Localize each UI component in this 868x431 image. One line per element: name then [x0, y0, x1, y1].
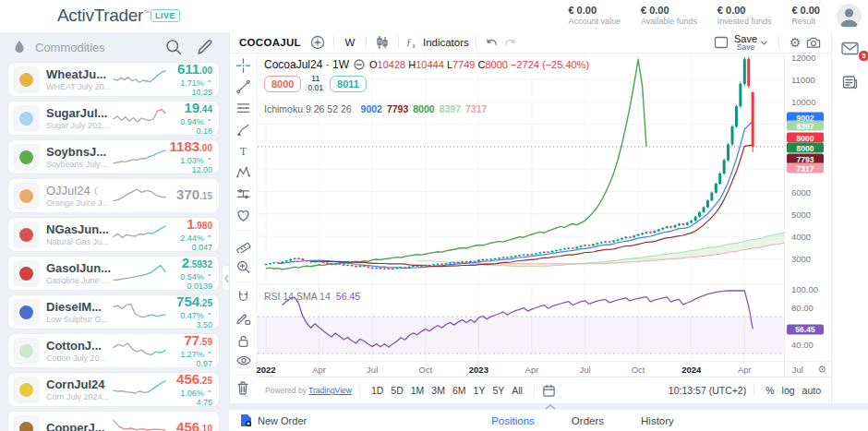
- log-scale-toggle[interactable]: log: [778, 385, 799, 396]
- heart-emoji-tool-icon[interactable]: [235, 209, 251, 222]
- spread-display: 110.01: [305, 75, 326, 92]
- sparkline: [113, 106, 166, 130]
- redo-icon[interactable]: [501, 33, 520, 52]
- list-item[interactable]: CottonJ...Cotton July 20...77.591.27% ⌃ …: [7, 333, 220, 368]
- price-tag: 8000: [787, 133, 824, 143]
- tab-orders[interactable]: Orders: [572, 415, 604, 426]
- chart-settings-gear-icon[interactable]: ⚙: [786, 33, 804, 52]
- list-item[interactable]: OJJul24Orange Juice J...370.15: [7, 178, 220, 213]
- range-1y[interactable]: 1Y: [470, 385, 489, 396]
- range-3m[interactable]: 3M: [428, 385, 449, 396]
- undo-icon[interactable]: [483, 33, 501, 52]
- range-1d[interactable]: 1D: [368, 385, 387, 396]
- range-5d[interactable]: 5D: [387, 385, 406, 396]
- price-label: 456.25: [166, 373, 212, 388]
- magnet-icon[interactable]: [235, 290, 251, 305]
- chart-type-candles-icon[interactable]: [373, 33, 392, 52]
- tab-positions[interactable]: Positions: [491, 415, 535, 426]
- list-item[interactable]: GasolJun...Gasoline June ...2.59320.54% …: [7, 256, 220, 291]
- moon-icon: [93, 186, 102, 196]
- time-tick: Jul: [792, 365, 803, 375]
- range-6m[interactable]: 6M: [449, 385, 470, 396]
- change-label: 2.44% ⌃ 0.047: [166, 233, 212, 252]
- list-item[interactable]: WheatJu...WHEAT July 20...611.001.71% ⌃ …: [7, 62, 220, 97]
- symbol-button[interactable]: COCOAJUL: [239, 37, 301, 48]
- zoom-in-icon[interactable]: [235, 259, 251, 274]
- sparkline: [113, 261, 166, 285]
- compare-add-icon[interactable]: [308, 33, 327, 52]
- go-to-date-icon[interactable]: [542, 384, 556, 398]
- new-order-button[interactable]: New Order: [240, 413, 307, 427]
- lock-drawings-icon[interactable]: [235, 333, 251, 348]
- trash-icon[interactable]: [235, 380, 250, 396]
- right-rail: 5: [831, 32, 868, 403]
- watchlist-header: Commodities: [0, 32, 229, 62]
- mail-icon[interactable]: 5: [841, 42, 859, 59]
- wheat-icon: [13, 66, 40, 93]
- list-item[interactable]: DieselM...Low Sulphur G...754.250.47% ⌃ …: [7, 294, 220, 329]
- rsi-legend[interactable]: RSI 14 SMA 1456.45: [264, 291, 360, 302]
- measure-ruler-icon[interactable]: [235, 238, 251, 253]
- ichimoku-legend[interactable]: Ichimoku 9 26 52 2690027793800083977317: [264, 103, 487, 114]
- sell-button[interactable]: 8000: [264, 76, 301, 92]
- list-item[interactable]: SoybnsJ...Soybeans July ...1183.001.03% …: [7, 139, 220, 174]
- range-5y[interactable]: 5Y: [488, 385, 508, 396]
- top-header: ActivTrader™ LIVE € 0.00Account value € …: [0, 0, 868, 33]
- fib-lines-icon[interactable]: [235, 101, 251, 115]
- result-stat: € 0.00Result: [791, 5, 820, 26]
- price-tag: 8397: [787, 121, 824, 131]
- layout-icon[interactable]: [712, 33, 730, 52]
- instrument-list: WheatJu...WHEAT July 20...611.001.71% ⌃ …: [0, 62, 229, 431]
- ichimoku-value: 9002: [361, 103, 382, 114]
- ichimoku-value: 8397: [440, 103, 461, 114]
- brush-icon[interactable]: [235, 123, 251, 138]
- range-1m[interactable]: 1M: [407, 385, 428, 396]
- indicators-button[interactable]: ƒx Indicators: [405, 33, 469, 52]
- list-item[interactable]: NGasJun...Natural Gas Ju...1.9802.44% ⌃ …: [7, 217, 220, 252]
- app-logo: ActivTrader™: [57, 6, 150, 26]
- collapse-legend-icon[interactable]: [354, 59, 365, 70]
- drawing-mode-pencil-icon[interactable]: [235, 311, 251, 326]
- timezone-gear-icon[interactable]: ⚙: [817, 364, 826, 376]
- buy-button[interactable]: 8011: [330, 76, 367, 92]
- price-label: 2.5932: [166, 257, 212, 271]
- list-item[interactable]: CopperJ...456.10: [7, 411, 220, 431]
- mail-badge: 5: [858, 50, 868, 62]
- interval-button[interactable]: W: [341, 33, 359, 52]
- xabcd-pattern-icon[interactable]: [235, 165, 251, 180]
- search-icon[interactable]: [164, 38, 183, 56]
- instrument-name: CottonJ...Cotton July 20...: [46, 339, 111, 363]
- orange-juice-icon: [13, 183, 40, 210]
- legend-symbol[interactable]: CocoaJul24 · 1W: [264, 58, 349, 71]
- price-axis[interactable]: 1200011000100006000500040003000100.0080.…: [784, 54, 832, 377]
- auto-scale-toggle[interactable]: auto: [799, 385, 825, 396]
- chart-plot-area[interactable]: CocoaJul24 · 1W O10428 H10444 L7749 C800…: [258, 54, 784, 361]
- range-all[interactable]: All: [508, 385, 526, 396]
- trend-line-icon[interactable]: [235, 79, 251, 94]
- percent-scale-toggle[interactable]: %: [762, 385, 778, 396]
- time-tick: Jul: [579, 365, 590, 375]
- rsi-axis-label: 100.00: [791, 284, 818, 294]
- tradingview-link[interactable]: TradingView: [308, 386, 352, 395]
- edit-pencil-icon[interactable]: [196, 38, 214, 56]
- session-clock[interactable]: 10:13:57 (UTC+2): [669, 385, 746, 396]
- price-label: 1.980: [166, 218, 212, 233]
- user-avatar[interactable]: [837, 4, 862, 29]
- long-position-icon[interactable]: [235, 186, 251, 201]
- rsi-value-tag: 56.45: [787, 324, 824, 334]
- natural-gas-icon: [13, 221, 40, 248]
- tab-history[interactable]: History: [641, 415, 674, 426]
- crosshair-icon[interactable]: [235, 58, 251, 73]
- text-tool-icon[interactable]: T: [235, 144, 251, 159]
- news-icon[interactable]: [842, 75, 858, 93]
- hide-drawings-eye-icon[interactable]: [235, 354, 252, 367]
- screenshot-camera-icon[interactable]: [804, 33, 823, 52]
- instrument-name: DieselM...Low Sulphur G...: [46, 300, 111, 324]
- time-axis[interactable]: ⚙ 2022AprJulOct2023AprJulOct2024AprJul: [258, 361, 832, 377]
- time-tick: 2024: [681, 365, 701, 375]
- instrument-name: WheatJu...WHEAT July 20...: [46, 67, 111, 91]
- new-order-icon: [240, 413, 252, 427]
- list-item[interactable]: CornJul24Corn July 2024...456.251.06% ⌃ …: [7, 372, 220, 407]
- save-button[interactable]: SaveSave: [734, 34, 768, 52]
- list-item[interactable]: SugarJul...Sugar July 202...19.440.94% ⌃…: [7, 101, 220, 136]
